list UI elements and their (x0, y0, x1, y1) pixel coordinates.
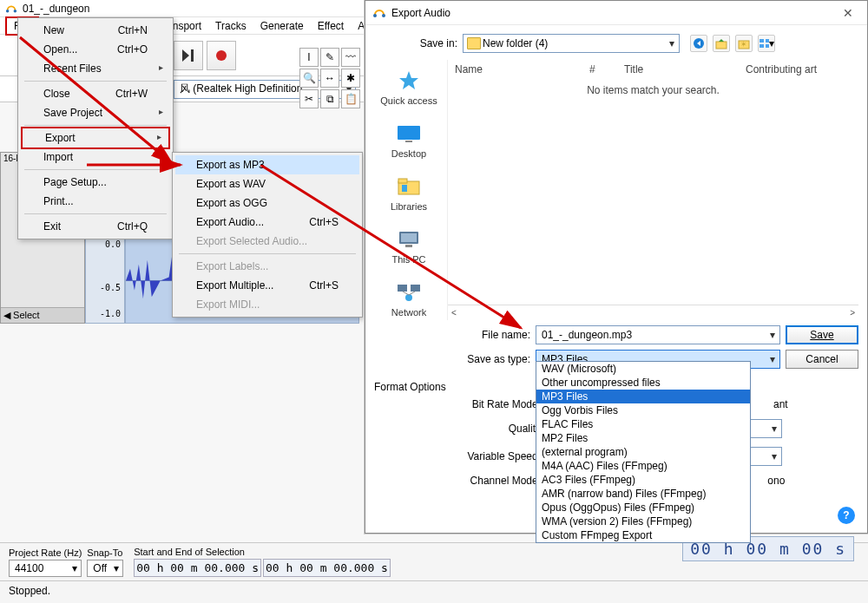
zoom-tool-icon[interactable]: 🔍 (299, 69, 319, 88)
save-as-type-label: Save as type: (452, 353, 530, 365)
menu-item-import[interactable]: Import (21, 147, 170, 167)
cut-icon[interactable]: ✂ (299, 89, 319, 108)
horizontal-scrollbar[interactable]: <> (448, 305, 858, 320)
variable-speed-label: Variable Speed: (452, 450, 548, 462)
type-opt-wav[interactable]: WAV (Microsoft) (536, 362, 750, 376)
svg-rect-16 (766, 39, 769, 43)
list-header[interactable]: Name # Title Contributing art (448, 60, 858, 79)
menu-item-new[interactable]: NewCtrl+N (21, 21, 170, 40)
svg-text:✶: ✶ (740, 40, 747, 49)
new-folder-icon[interactable]: ✶ (735, 35, 753, 52)
selection-end-time[interactable]: 00 h 00 m 00.000 s (263, 559, 391, 577)
svg-point-29 (405, 294, 412, 301)
type-opt-ogg[interactable]: Ogg Vorbis Files (536, 403, 750, 417)
menu-item-page-setup[interactable]: Page Setup... (21, 173, 170, 192)
type-opt-mp3[interactable]: MP3 Files (536, 390, 750, 403)
quality-label: Quality (452, 423, 548, 435)
type-opt-other[interactable]: Other uncompressed files (536, 376, 750, 390)
menu-item-close[interactable]: CloseCtrl+W (21, 84, 170, 103)
cancel-button[interactable]: Cancel (786, 350, 858, 369)
menu-separator (24, 81, 167, 82)
menu-separator (179, 253, 356, 254)
svg-rect-17 (760, 44, 764, 48)
menu-item-exit[interactable]: ExitCtrl+Q (21, 217, 170, 236)
place-desktop[interactable]: Desktop (391, 121, 426, 159)
bitrate-mode-label: Bit Rate Mode: (452, 398, 548, 410)
svg-point-2 (216, 50, 227, 61)
menu-item-open[interactable]: Open...Ctrl+O (21, 40, 170, 59)
help-icon[interactable]: ? (838, 507, 855, 524)
place-this-pc[interactable]: This PC (391, 227, 425, 265)
file-listing[interactable]: Name # Title Contributing art No items m… (447, 60, 858, 320)
save-button[interactable]: Save (786, 325, 858, 344)
type-opt-wma[interactable]: WMA (version 2) Files (FFmpeg) (536, 515, 750, 528)
back-icon[interactable] (690, 35, 707, 52)
envelope-tool-icon[interactable]: ✎ (320, 48, 339, 67)
submenu-export-mp3[interactable]: Export as MP3 (175, 155, 359, 174)
track-select-button[interactable]: ◀ Select (1, 307, 84, 323)
menu-separator (24, 169, 167, 170)
export-submenu: Export as MP3 Export as WAV Export as OG… (172, 152, 363, 318)
svg-point-1 (14, 9, 17, 12)
up-one-level-icon[interactable] (713, 35, 730, 52)
file-name-input[interactable]: 01_-_dungeon.mp3 (536, 325, 780, 344)
dialog-title-bar[interactable]: Export Audio ✕ (365, 1, 867, 25)
type-opt-ext[interactable]: (external program) (536, 445, 750, 459)
place-libraries[interactable]: Libraries (391, 174, 427, 212)
menu-item-save-project[interactable]: Save Project (21, 103, 170, 122)
col-contrib[interactable]: Contributing art (739, 63, 824, 75)
submenu-export-ogg[interactable]: Export as OGG (175, 193, 359, 213)
svg-line-30 (403, 292, 409, 295)
record-button[interactable] (207, 41, 236, 70)
submenu-export-audio[interactable]: Export Audio...Ctrl+S (175, 213, 359, 232)
svg-rect-12 (716, 42, 727, 49)
col-name[interactable]: Name (448, 63, 582, 75)
project-rate-dropdown[interactable]: 44100 (9, 560, 82, 577)
paste-icon[interactable]: 📋 (341, 89, 360, 108)
time-shift-tool-icon[interactable]: ↔ (320, 69, 339, 88)
type-opt-amr[interactable]: AMR (narrow band) Files (FFmpeg) (536, 487, 750, 501)
menu-item-recent-files[interactable]: Recent Files (21, 59, 170, 78)
type-opt-ac3[interactable]: AC3 Files (FFmpeg) (536, 473, 750, 487)
place-quick-access[interactable]: Quick access (380, 69, 437, 106)
selection-tool-icon[interactable]: I (299, 48, 319, 67)
type-opt-mp2[interactable]: MP2 Files (536, 431, 750, 445)
menu-item-print[interactable]: Print... (21, 192, 170, 211)
view-menu-icon[interactable]: ▾ (758, 35, 775, 52)
submenu-export-multiple[interactable]: Export Multiple...Ctrl+S (175, 276, 359, 295)
close-button[interactable]: ✕ (836, 6, 860, 20)
col-num[interactable]: # (582, 63, 617, 75)
col-title[interactable]: Title (617, 63, 739, 75)
menu-tracks[interactable]: Tracks (208, 18, 253, 34)
type-opt-custom[interactable]: Custom FFmpeg Export (536, 528, 750, 542)
svg-rect-20 (405, 141, 412, 142)
status-bar: Stopped. (0, 580, 868, 600)
submenu-export-wav[interactable]: Export as WAV (175, 174, 359, 193)
menu-generate[interactable]: Generate (253, 18, 311, 34)
copy-icon[interactable]: ⧉ (320, 89, 339, 108)
selection-start-time[interactable]: 00 h 00 m 00.000 s (134, 559, 261, 577)
svg-rect-27 (398, 285, 407, 292)
place-network[interactable]: Network (391, 280, 426, 318)
type-opt-m4a[interactable]: M4A (AAC) Files (FFmpeg) (536, 459, 750, 473)
submenu-export-midi: Export MIDI... (175, 295, 359, 314)
dialog-title: Export Audio (391, 7, 450, 19)
draw-tool-icon[interactable]: 〰 (341, 48, 360, 67)
selection-label: Start and End of Selection (134, 547, 391, 557)
type-opt-flac[interactable]: FLAC Files (536, 417, 750, 431)
skip-end-button[interactable] (174, 41, 203, 70)
menu-effect[interactable]: Effect (311, 18, 351, 34)
empty-message: No items match your search. (448, 84, 858, 96)
svg-point-0 (6, 9, 10, 12)
submenu-export-selected: Export Selected Audio... (175, 232, 359, 251)
save-in-dropdown[interactable]: New folder (4) (463, 34, 680, 53)
snap-to-dropdown[interactable]: Off (87, 560, 123, 577)
project-rate-label: Project Rate (Hz) (9, 547, 82, 558)
svg-point-10 (382, 14, 385, 17)
menu-item-export[interactable]: Export (21, 127, 170, 149)
type-opt-opus[interactable]: Opus (OggOpus) Files (FFmpeg) (536, 501, 750, 515)
svg-line-31 (409, 292, 415, 295)
svg-rect-26 (405, 245, 412, 247)
multi-tool-icon[interactable]: ✱ (341, 69, 360, 88)
window-title: 01_-_dungeon (23, 3, 89, 15)
